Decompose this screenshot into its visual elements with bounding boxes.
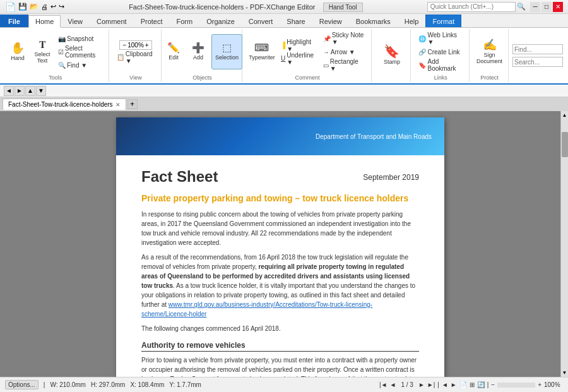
last-page-btn[interactable]: ►| (427, 381, 435, 388)
links-col: 🌐 Web Links ▼ 🔗 Create Link 🔖 Add Bookma… (416, 32, 465, 71)
search-icon-btn[interactable]: 🔍 (517, 3, 526, 11)
maximize-button[interactable]: □ (541, 2, 552, 12)
tab-close-button[interactable]: ✕ (115, 102, 121, 108)
tab-help[interactable]: Help (398, 15, 426, 27)
first-page-btn[interactable]: |◄ (379, 381, 388, 388)
zoom-slider[interactable] (497, 383, 535, 388)
search-input-bar[interactable] (512, 57, 563, 67)
document-subtitle: Private property parking and towing – to… (141, 193, 419, 203)
ribbon-tab-bar: File Home View Comment Protect Form Orga… (0, 14, 568, 28)
snapshot-label: Snapshot (67, 35, 93, 42)
scroll-up-arrow[interactable]: ▲ (561, 111, 568, 119)
zoom-display: − 100% + (119, 40, 151, 50)
tab-form[interactable]: Form (170, 15, 200, 27)
tab-protect[interactable]: Protect (134, 15, 170, 27)
tmr-link-1[interactable]: www.tmr.qld.gov.au/business-industry/Acc… (141, 301, 372, 318)
redo-icon[interactable]: ↪ (59, 3, 64, 11)
comment-group-content: ⌨ Typewriter ▐ Highlight ▼ U Underline ▼… (247, 30, 368, 73)
sticky-note-button[interactable]: 📌 Sticky Note ▼ (321, 32, 368, 45)
quick-open-icon[interactable]: 📂 (30, 3, 38, 11)
selection-button[interactable]: ⬚ Selection (211, 34, 242, 69)
tab-view[interactable]: View (61, 15, 90, 27)
up-button[interactable]: ▲ (25, 86, 35, 96)
vertical-scrollbar[interactable]: ▲ ▼ (560, 111, 568, 377)
quick-print-icon[interactable]: 🖨 (41, 3, 48, 11)
back-nav-btn[interactable]: ◄ (442, 381, 448, 388)
stamp-group-content: 🔖 Stamp (381, 30, 403, 80)
underline-button[interactable]: U Underline ▼ (278, 52, 319, 65)
add-button[interactable]: ➕ Add (187, 34, 210, 69)
clipboard-icon: 📋 (117, 54, 124, 61)
web-links-button[interactable]: 🌐 Web Links ▼ (416, 32, 465, 45)
stamp-button[interactable]: 🔖 Stamp (381, 37, 403, 73)
find-input[interactable] (512, 44, 563, 54)
hand-tool-indicator: Hand Tool (323, 3, 363, 12)
scroll-down-arrow[interactable]: ▼ (561, 369, 568, 377)
tab-format[interactable]: Format (425, 15, 461, 27)
arrow-button[interactable]: → Arrow ▼ (321, 45, 368, 58)
tab-comment[interactable]: Comment (90, 15, 134, 27)
paragraph-2: As a result of the recommendations, from… (141, 252, 419, 319)
arrow-label: Arrow ▼ (331, 49, 355, 56)
undo-icon[interactable]: ↩ (50, 3, 56, 11)
forward-button[interactable]: ► (15, 86, 25, 96)
paragraph-1: In response to rising public concern abo… (141, 210, 419, 247)
highlight-icon: ▐ (281, 42, 285, 49)
protect-group: ✍ SignDocument Protect (471, 29, 509, 82)
hand-tool-button[interactable]: ✋ Hand (6, 34, 29, 69)
title-text: Fact-Sheet-Tow-truck-licence-holders - P… (129, 3, 315, 11)
tab-file[interactable]: File (0, 15, 28, 27)
zoom-in-btn[interactable]: + (145, 42, 149, 49)
tab-organize[interactable]: Organize (199, 15, 242, 27)
snapshot-button[interactable]: 📷 Snapshot (56, 32, 105, 45)
fwd-nav-btn[interactable]: ► (451, 381, 457, 388)
add-bookmark-button[interactable]: 🔖 Add Bookmark (416, 59, 465, 71)
select-comments-button[interactable]: ☑ Select Comments (56, 45, 105, 58)
typewriter-button[interactable]: ⌨ Typewriter (247, 34, 276, 69)
down-button[interactable]: ▼ (36, 86, 46, 96)
width-display: W: 210.0mm (50, 381, 86, 388)
prev-page-btn[interactable]: ◄ (390, 381, 396, 388)
tab-review[interactable]: Review (312, 15, 349, 27)
header-department-text: Department of Transport and Main Roads (316, 133, 432, 140)
tab-share[interactable]: Share (280, 15, 312, 27)
zoom-value: 100% (127, 42, 144, 49)
sign-document-button[interactable]: ✍ SignDocument (473, 34, 506, 69)
options-button[interactable]: Options... (5, 380, 38, 389)
select-comments-label: Select Comments (65, 45, 102, 59)
document-tab-bar: Fact-Sheet-Tow-truck-licence-holders ✕ + (0, 97, 568, 111)
hand-icon: ✋ (11, 42, 25, 54)
back-button[interactable]: ◄ (4, 86, 14, 96)
document-title: Fact Sheet (141, 168, 218, 186)
edit-icon: ✏️ (167, 43, 180, 53)
tab-home[interactable]: Home (28, 15, 61, 28)
edit-button[interactable]: ✏️ Edit (162, 34, 185, 69)
zoom-out-btn[interactable]: − (122, 42, 126, 49)
quick-launch-input[interactable] (427, 2, 516, 12)
scroll-thumb[interactable] (562, 132, 568, 157)
create-link-icon: 🔗 (418, 49, 426, 56)
objects-group: ✏️ Edit ➕ Add ⬚ Selection Objects (163, 29, 242, 82)
close-button[interactable]: ✕ (553, 2, 563, 12)
zoom-out-status-btn[interactable]: − (491, 381, 495, 388)
tab-bookmarks[interactable]: Bookmarks (349, 15, 398, 27)
zoom-in-status-btn[interactable]: + (538, 381, 541, 388)
next-page-btn[interactable]: ► (418, 381, 425, 388)
quick-save-icon[interactable]: 💾 (18, 3, 27, 11)
new-tab-button[interactable]: + (127, 99, 138, 109)
tools-group-content: ✋ Hand 𝐓 SelectText 📷 Snapshot ☑ Select … (6, 30, 105, 73)
tools-label: Tools (49, 73, 62, 81)
rectangle-button[interactable]: ▭ Rectangle ▼ (321, 59, 368, 71)
create-link-button[interactable]: 🔗 Create Link (416, 45, 465, 58)
minimize-button[interactable]: ─ (530, 2, 540, 12)
tab-convert[interactable]: Convert (242, 15, 280, 27)
document-tab[interactable]: Fact-Sheet-Tow-truck-licence-holders ✕ (3, 98, 126, 110)
status-separator: | (44, 381, 45, 388)
title-bar: 📄 💾 📂 🖨 ↩ ↪ Fact-Sheet-Tow-truck-licence… (0, 0, 568, 14)
find-button[interactable]: 🔍 Find ▼ (56, 59, 105, 71)
main-area: Department of Transport and Main Roads F… (0, 111, 568, 377)
highlight-button[interactable]: ▐ Highlight ▼ (278, 39, 319, 52)
select-text-button[interactable]: 𝐓 SelectText (31, 34, 54, 69)
fit-page-btn[interactable]: ⊞ (470, 381, 475, 388)
clipboard-button[interactable]: 📋 Clipboard ▼ (114, 51, 158, 64)
